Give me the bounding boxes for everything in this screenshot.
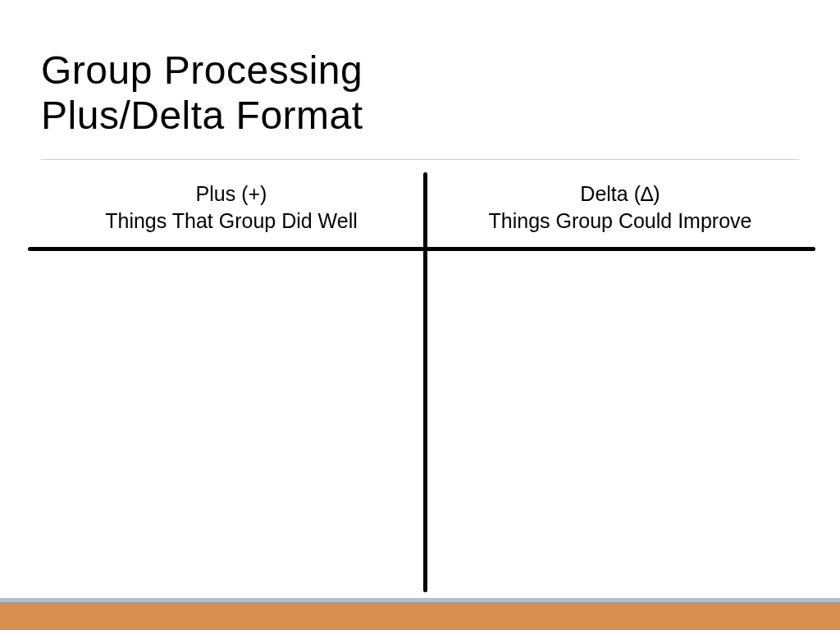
plus-column-header: Plus (+) Things That Group Did Well xyxy=(43,180,420,234)
plus-header-line1: Plus (+) xyxy=(43,180,420,208)
t-chart: Plus (+) Things That Group Did Well Delt… xyxy=(28,166,815,591)
title-line1: Group Processing xyxy=(41,48,799,93)
title-divider xyxy=(41,159,799,160)
delta-header-line2: Things Group Could Improve xyxy=(431,208,809,235)
plus-header-line2: Things That Group Did Well xyxy=(43,208,420,235)
slide: Group Processing Plus/Delta Format Plus … xyxy=(0,0,840,630)
delta-column-header: Delta (∆) Things Group Could Improve xyxy=(431,180,809,234)
footer-accent-orange xyxy=(0,602,840,630)
t-chart-vertical-line xyxy=(423,172,427,592)
delta-header-line1: Delta (∆) xyxy=(431,180,809,208)
t-chart-horizontal-line xyxy=(28,247,815,251)
slide-title-area: Group Processing Plus/Delta Format xyxy=(0,0,840,153)
title-line2: Plus/Delta Format xyxy=(41,93,799,138)
